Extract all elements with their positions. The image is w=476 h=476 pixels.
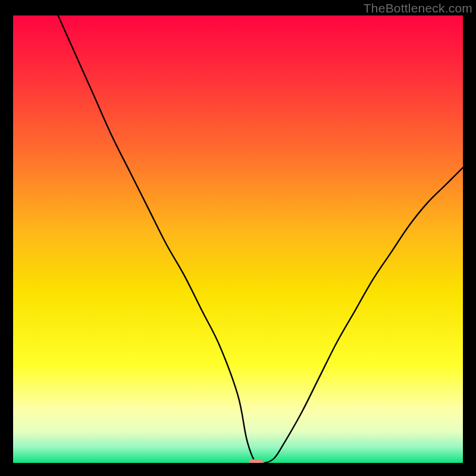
- bottleneck-chart: [13, 15, 463, 463]
- watermark-text: TheBottleneck.com: [364, 1, 472, 15]
- minimum-marker: [249, 459, 263, 463]
- chart-frame: TheBottleneck.com: [0, 0, 476, 476]
